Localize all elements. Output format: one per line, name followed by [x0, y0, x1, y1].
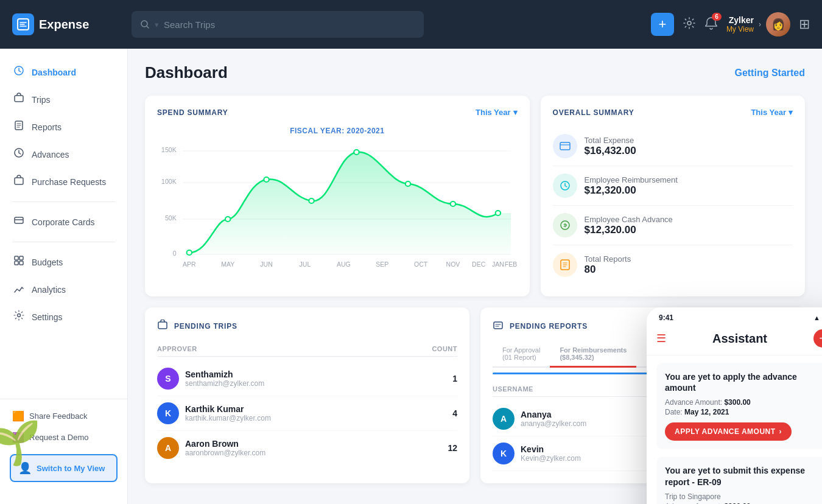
- svg-point-13: [18, 314, 21, 317]
- corporate-cards-icon: [12, 215, 26, 229]
- sidebar-item-trips[interactable]: Trips: [0, 86, 127, 113]
- sidebar-item-settings[interactable]: Settings: [0, 303, 127, 331]
- person-name: Karthik Kumar: [185, 404, 452, 414]
- overall-item-cash: Employee Cash Advance $12,320.00: [553, 206, 793, 245]
- request-demo-icon: 🟪: [12, 432, 24, 443]
- spend-chevron-icon: ▾: [513, 108, 518, 117]
- sidebar-item-dashboard[interactable]: Dashboard: [0, 58, 127, 86]
- svg-rect-41: [560, 142, 570, 150]
- sidebar-item-reports[interactable]: Reports: [0, 113, 127, 141]
- sidebar-bottom: 🟧 Share Feedback 🟪 Request a Demo 👤 Swit…: [0, 399, 127, 494]
- avatar: K: [493, 443, 515, 464]
- pending-trips-header: PENDING TRIPS: [157, 320, 457, 333]
- overall-item-total-expense: Total Expense $16,432.00: [553, 127, 793, 166]
- total-expense-value: $16,432.00: [585, 145, 636, 157]
- search-input[interactable]: [164, 19, 415, 30]
- pending-trips-card: PENDING TRIPS APPROVER COUNT S Senthamiz…: [145, 307, 469, 483]
- avatar: S: [157, 368, 179, 390]
- sidebar-item-label: Budgets: [32, 257, 63, 267]
- svg-point-26: [354, 150, 359, 155]
- logo-icon: [12, 13, 34, 35]
- sidebar-item-purchase-requests[interactable]: Purchase Requests: [0, 168, 127, 195]
- notifications-icon[interactable]: 6: [704, 16, 718, 33]
- svg-text:100K: 100K: [161, 178, 177, 185]
- tab-for-approval[interactable]: For Approval (01 Report): [493, 341, 550, 368]
- person-info: Karthik Kumar karthik.kumar@zylker.com: [185, 404, 452, 422]
- sidebar-item-label: Dashboard: [32, 68, 76, 77]
- svg-rect-10: [19, 256, 23, 260]
- sidebar-item-advances[interactable]: Advances: [0, 141, 127, 168]
- add-button[interactable]: +: [651, 13, 674, 36]
- switch-view-button[interactable]: 👤 Switch to My View: [10, 454, 118, 482]
- tab-for-reimbursements[interactable]: For Reimbursements ($8,345.32): [550, 341, 636, 368]
- avatar: 👩: [766, 12, 790, 37]
- svg-text:MAY: MAY: [221, 261, 234, 268]
- overall-chevron-icon: ▾: [789, 108, 793, 117]
- request-demo-link[interactable]: 🟪 Request a Demo: [0, 427, 127, 448]
- settings-icon[interactable]: [683, 16, 696, 33]
- btn-arrow-icon: ›: [779, 427, 782, 436]
- search-dropdown[interactable]: ▾: [155, 20, 159, 29]
- svg-text:JUL: JUL: [300, 261, 311, 268]
- purchase-requests-icon: [12, 175, 26, 189]
- bottom-cards-row: PENDING TRIPS APPROVER COUNT S Senthamiz…: [145, 307, 805, 483]
- svg-point-29: [496, 211, 501, 215]
- apply-advance-button[interactable]: APPLY ADVANCE AMOUNT ›: [665, 422, 792, 441]
- spend-chart-svg: 150K 100K 50K 0: [157, 140, 518, 274]
- sidebar-item-corporate-cards[interactable]: Corporate Cards: [0, 208, 127, 236]
- mobile-add-button[interactable]: +: [813, 329, 822, 348]
- svg-point-2: [687, 21, 691, 25]
- sidebar-item-analytics[interactable]: Analytics: [0, 276, 127, 303]
- avatar: K: [157, 402, 179, 424]
- sidebar-item-label: Reports: [32, 122, 61, 132]
- for-approval-count: (01 Report): [502, 354, 540, 361]
- nav-actions: + 6 Zylker My View › 👩 ⊞: [651, 12, 810, 37]
- person-info: Senthamizh senthamizh@zylker.com: [185, 369, 452, 388]
- spend-year-label: This Year: [476, 108, 511, 117]
- svg-rect-9: [15, 256, 18, 260]
- svg-text:50K: 50K: [165, 215, 177, 222]
- sidebar-item-budgets[interactable]: Budgets: [0, 248, 127, 276]
- spend-year-selector[interactable]: This Year ▾: [476, 108, 518, 117]
- share-feedback-icon: 🟧: [12, 410, 24, 422]
- person-name: Aaron Brown: [185, 439, 448, 449]
- sidebar: Dashboard Trips Reports Ad: [0, 49, 128, 504]
- advances-icon: [12, 147, 26, 161]
- svg-text:DEC: DEC: [472, 261, 486, 268]
- total-expense-label: Total Expense: [585, 136, 636, 145]
- overall-item-total-reports: Total Reports 80: [553, 245, 793, 284]
- svg-text:150K: 150K: [161, 147, 177, 153]
- cash-label: Employee Cash Advance: [585, 215, 673, 224]
- overall-year-selector[interactable]: This Year ▾: [751, 108, 793, 117]
- svg-text:NOV: NOV: [446, 261, 460, 268]
- pending-reports-title: PENDING REPORTS: [510, 322, 588, 331]
- spend-chart: FISCAL YEAR: 2020-2021 150K 100K 50K 0: [157, 127, 518, 276]
- table-row: S Senthamizh senthamizh@zylker.com 1: [157, 362, 457, 396]
- approver-col-header: APPROVER: [157, 345, 197, 352]
- total-expense-icon: [553, 134, 577, 158]
- advance-amount-value: $300.00: [724, 398, 750, 407]
- spend-summary-title: SPEND SUMMARY: [157, 108, 228, 117]
- cash-icon: [553, 213, 577, 237]
- person-email: karthik.kumar@zylker.com: [185, 414, 452, 422]
- sidebar-item-label: Purchase Requests: [32, 177, 106, 187]
- pending-reports-card: PENDING REPORTS For Approval (01 Report)…: [480, 307, 805, 483]
- summary-cards-row: SPEND SUMMARY This Year ▾ FISCAL YEAR: 2…: [145, 96, 805, 296]
- trips-icon: [12, 93, 26, 107]
- hamburger-icon[interactable]: ☰: [656, 332, 666, 345]
- sidebar-item-label: Advances: [32, 150, 69, 159]
- dashboard-icon: [12, 65, 26, 79]
- pending-trips-icon: [157, 320, 168, 333]
- sidebar-divider: [12, 201, 115, 202]
- getting-started-link[interactable]: Getting Started: [734, 68, 805, 79]
- top-navigation: Expense ▾ + 6 Zylker My View: [0, 0, 822, 49]
- person-email: aaronbrown@zylker.com: [185, 449, 448, 457]
- svg-text:OCT: OCT: [414, 261, 428, 268]
- search-bar[interactable]: ▾: [132, 11, 424, 38]
- svg-text:SEP: SEP: [376, 261, 388, 268]
- page-title: Dashboard: [145, 63, 228, 82]
- user-menu[interactable]: Zylker My View › 👩: [726, 12, 790, 37]
- svg-text:JAN: JAN: [492, 261, 504, 268]
- share-feedback-link[interactable]: 🟧 Share Feedback: [0, 405, 127, 427]
- app-grid-icon[interactable]: ⊞: [799, 16, 810, 32]
